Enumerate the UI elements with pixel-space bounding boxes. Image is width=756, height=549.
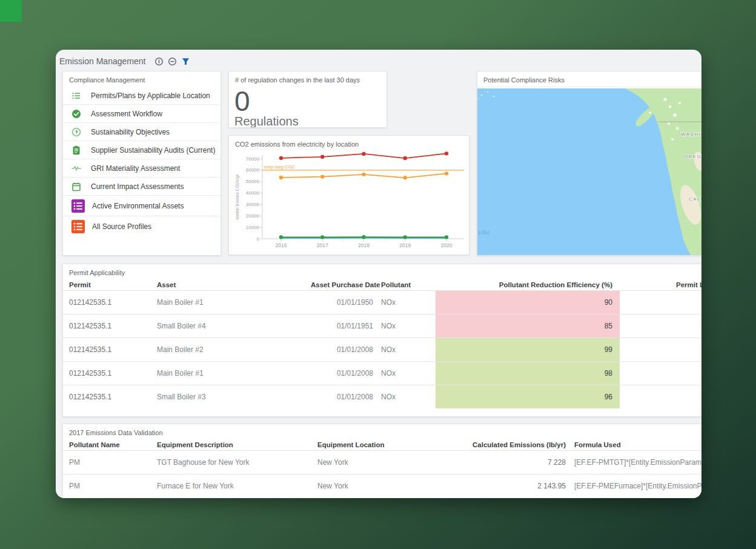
table-row[interactable]: 012142535.1Main Boiler #101/01/1950NOx90 (63, 290, 701, 314)
table-row[interactable]: 012142535.1Small Boiler #401/01/1951NOx8… (63, 314, 701, 338)
cell-permit: 012142535.1 (69, 314, 157, 338)
col-pollutant: Pollutant (373, 279, 436, 290)
table-title: 2017 Emissions Data Validation (63, 424, 701, 439)
compliance-item-label: Supplier Sustainability Audits (Current) (91, 146, 215, 155)
table-row[interactable]: 012142535.1Small Boiler #301/01/2008NOx9… (63, 385, 701, 408)
cell-asset: Main Boiler #1 (157, 362, 311, 385)
cell-formula-used: [EF.EF-PMTGT]*[Entity.EmissionParameter.… (566, 451, 701, 474)
collapse-icon[interactable] (167, 56, 177, 66)
compliance-item[interactable]: Sustainability Objectives (63, 122, 220, 141)
list-tile-icon (71, 220, 85, 233)
calendar-icon (71, 182, 81, 191)
waveform-icon (71, 164, 81, 173)
cell-pollutant-name: PM (69, 451, 157, 474)
permit-applicability-card: Permit Applicability Permit Asset Asset … (62, 264, 701, 417)
cell-asset: Main Boiler #1 (157, 291, 311, 314)
cell-purchase-date: 01/01/1951 (311, 314, 373, 338)
filter-icon[interactable] (181, 56, 190, 66)
col-formula-used: Formula Used (566, 439, 701, 450)
emissions-table-header: Pollutant Name Equipment Description Equ… (63, 439, 701, 450)
permit-table-body: 012142535.1Main Boiler #101/01/1950NOx90… (63, 290, 701, 408)
co2-emissions-chart-card: CO2 emissions from electricity by locati… (228, 135, 469, 255)
cell-permit-limit (620, 385, 701, 408)
window-header: Emission Management (59, 55, 190, 68)
cell-permit-limit (620, 338, 701, 361)
svg-text:60000: 60000 (246, 167, 260, 173)
svg-text:metric tonnes CO2e/yr: metric tonnes CO2e/yr (234, 174, 240, 220)
cell-pollutant: NOx (373, 314, 436, 338)
cell-efficiency-bad: 90 (436, 291, 620, 314)
table-row[interactable]: 012142535.1Main Boiler #201/01/2008NOx99 (63, 338, 701, 361)
map-canvas[interactable]: WASHINGOREGOCALIcific (477, 88, 701, 255)
cell-calculated-emissions: 7 228 (451, 451, 566, 474)
compliance-item[interactable]: Permits/Plans by Applicable Location (63, 87, 220, 104)
svg-text:2018: 2018 (358, 242, 370, 248)
info-icon[interactable] (154, 56, 164, 66)
cell-equipment-description: Furnace E for New York (157, 474, 317, 497)
cell-asset: Main Boiler #2 (157, 338, 311, 361)
svg-text:40000: 40000 (246, 190, 260, 196)
cell-permit: 012142535.1 (69, 385, 157, 408)
svg-text:corp targ CO2: corp targ CO2 (264, 164, 295, 170)
cell-formula-used: [EF.EF-PMEFurnace]*[Entity.EmissionParam… (566, 474, 701, 497)
col-equipment-description: Equipment Description (157, 439, 317, 450)
cell-efficiency-good: 99 (436, 338, 620, 361)
svg-text:2020: 2020 (441, 242, 453, 248)
svg-text:2017: 2017 (317, 242, 328, 248)
table-row[interactable]: PMFurnace E for New YorkNew York2 143.95… (63, 474, 701, 497)
cell-equipment-description: TGT Baghouse for New York (157, 451, 317, 474)
cell-permit: 012142535.1 (69, 291, 157, 314)
clipboard-icon (71, 145, 81, 155)
svg-text:70000: 70000 (246, 156, 260, 162)
cell-calculated-emissions: 2 143.95 (451, 474, 566, 497)
eco-badge-icon (71, 127, 81, 137)
panel-title: Compliance Management (63, 72, 220, 87)
cell-pollutant: NOx (373, 385, 436, 408)
check-circle-icon (71, 109, 81, 119)
col-permit: Permit (69, 279, 157, 290)
compliance-item-label: Permits/Plans by Applicable Location (91, 92, 210, 100)
chart-title: CO2 emissions from electricity by locati… (229, 136, 469, 151)
col-equipment-location: Equipment Location (317, 439, 451, 450)
compliance-item[interactable]: Supplier Sustainability Audits (Current) (63, 141, 220, 159)
cell-equipment-location: New York (317, 474, 451, 497)
compliance-item-label: GRI Materiality Assessment (91, 164, 180, 173)
cell-pollutant: NOx (373, 291, 436, 314)
col-permit-limit: Permit Limit (620, 279, 701, 290)
compliance-item-label: Active Environmental Assets (92, 202, 184, 210)
permit-table-header: Permit Asset Asset Purchase Date Polluta… (63, 279, 701, 290)
cell-pollutant: NOx (373, 362, 436, 385)
cell-efficiency-good: 96 (436, 385, 620, 408)
compliance-item[interactable]: Assessment Workflow (63, 104, 220, 122)
compliance-item[interactable]: Current Impact Assessments (63, 177, 220, 195)
map-region-label: WASHING (681, 131, 701, 137)
svg-text:30000: 30000 (246, 202, 260, 207)
page-title: Emission Management (59, 56, 145, 66)
map-region-label: CALI (689, 196, 701, 202)
table-row[interactable]: PMTGT Baghouse for New YorkNew York7 228… (63, 450, 701, 474)
regulation-count-unit: Regulations (229, 115, 386, 128)
list-bullets-icon (71, 91, 81, 101)
svg-text:2019: 2019 (399, 242, 411, 248)
compliance-item-label: Assessment Workflow (91, 110, 162, 118)
cell-permit: 012142535.1 (69, 362, 157, 385)
compliance-item[interactable]: Active Environmental Assets (63, 195, 220, 216)
compliance-item-label: All Source Profiles (92, 222, 151, 231)
cell-purchase-date: 01/01/2008 (311, 385, 373, 408)
map-region-label: OREGO (684, 154, 701, 159)
cell-pollutant: NOx (373, 338, 436, 361)
svg-text:2016: 2016 (276, 242, 287, 248)
cell-permit-limit (620, 314, 701, 338)
card-title: # of regulation changes in the last 30 d… (229, 72, 386, 87)
compliance-management-panel: Compliance Management Permits/Plans by A… (62, 71, 221, 256)
table-title: Permit Applicability (63, 264, 701, 279)
co2-line-chart: 0100002000030000400005000060000700002016… (229, 151, 469, 255)
svg-text:50000: 50000 (246, 179, 260, 184)
svg-text:10000: 10000 (246, 225, 260, 230)
cell-efficiency-good: 98 (436, 362, 620, 385)
cell-purchase-date: 01/01/2008 (311, 338, 373, 361)
compliance-item[interactable]: All Source Profiles (63, 216, 220, 236)
emissions-validation-card: 2017 Emissions Data Validation Pollutant… (62, 424, 701, 498)
compliance-item[interactable]: GRI Materiality Assessment (63, 159, 220, 177)
table-row[interactable]: 012142535.1Main Boiler #101/01/2008NOx98 (63, 361, 701, 385)
